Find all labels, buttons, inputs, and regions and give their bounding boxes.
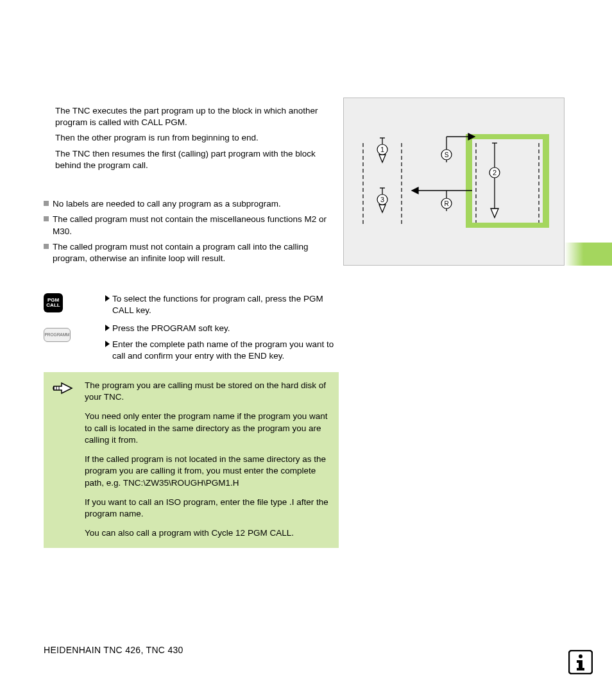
bullet-text: No labels are needed to call any program…: [53, 198, 339, 210]
instruction-text: Press the PROGRAM soft key.: [112, 323, 230, 334]
pointing-hand-icon: [53, 380, 74, 398]
paragraph: The TNC executes the part program up to …: [55, 105, 339, 128]
note-paragraph: The program you are calling must be stor…: [85, 380, 330, 403]
svg-marker-8: [379, 155, 386, 162]
footer-text: HEIDENHAIN TNC 426, TNC 430: [44, 644, 183, 656]
triangle-bullet-icon: [105, 295, 110, 302]
bullet-text: The called program must not contain a pr…: [53, 241, 339, 264]
bullet-item: The called program must not contain the …: [44, 214, 339, 237]
instruction-text: To select the functions for program call…: [112, 293, 339, 316]
diagram-label-2: 2: [493, 169, 497, 176]
note-box: The program you are calling must be stor…: [44, 372, 339, 548]
square-bullet-icon: [44, 216, 49, 221]
instruction-block: PGM CALL To select the functions for pro…: [44, 293, 339, 368]
diagram-label-1: 1: [380, 146, 384, 153]
svg-marker-20: [412, 187, 418, 194]
key-label: PROGRAMM: [45, 333, 70, 337]
note-paragraph: If you want to call an ISO program, ente…: [85, 497, 330, 520]
triangle-bullet-icon: [105, 341, 110, 347]
bullet-item: No labels are needed to call any program…: [44, 198, 339, 210]
key-label: CALL: [46, 303, 60, 308]
svg-rect-1: [472, 139, 543, 223]
svg-rect-32: [577, 660, 581, 663]
note-paragraph: You can also call a program with Cycle 1…: [85, 527, 330, 539]
bullet-text: The called program must not contain the …: [53, 214, 339, 237]
paragraph: Then the other program is run from begin…: [55, 132, 339, 144]
triangle-bullet-icon: [105, 325, 110, 331]
svg-marker-12: [379, 205, 386, 212]
diagram-label-3: 3: [380, 196, 384, 203]
svg-rect-33: [577, 668, 584, 670]
bullet-item: The called program must not contain a pr…: [44, 241, 339, 264]
square-bullet-icon: [44, 201, 49, 206]
info-icon: [568, 650, 593, 674]
note-paragraph: If the called program is not located in …: [85, 454, 330, 489]
diagram-label-r: R: [444, 200, 448, 207]
programm-softkey-icon: PROGRAMM: [44, 328, 71, 342]
note-paragraph: You need only enter the program name if …: [85, 411, 330, 446]
instruction-text: Enter the complete path name of the prog…: [112, 339, 339, 362]
body-text-column: The TNC executes the part program up to …: [44, 105, 339, 268]
paragraph: The TNC then resumes the first (calling)…: [55, 148, 339, 171]
square-bullet-icon: [44, 244, 49, 249]
flow-diagram: 1 3 S R 2: [343, 98, 565, 266]
diagram-label-s: S: [445, 151, 449, 158]
pgm-call-key-icon: PGM CALL: [44, 293, 63, 312]
side-tab: [565, 243, 612, 266]
svg-point-30: [579, 654, 582, 658]
